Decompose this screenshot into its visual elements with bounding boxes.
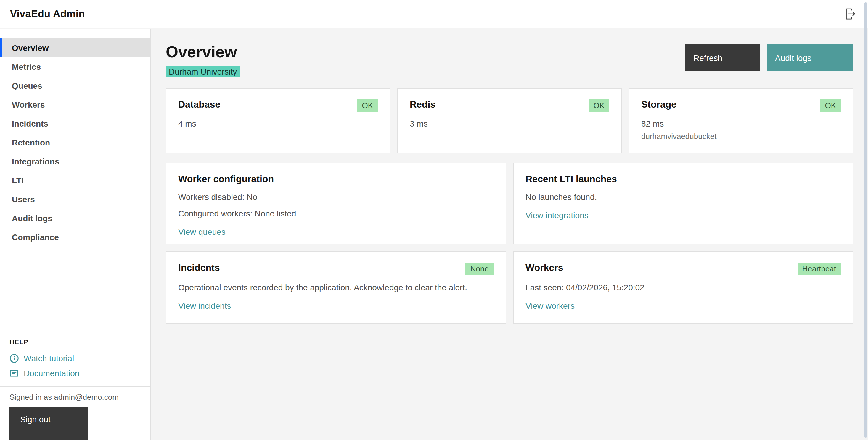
- sidebar: Overview Metrics Queues Workers Incident…: [0, 29, 151, 440]
- sidebar-item-compliance[interactable]: Compliance: [0, 228, 150, 247]
- card-title: Database: [178, 99, 220, 110]
- card-title: Storage: [641, 99, 677, 110]
- sign-out-button[interactable]: Sign out: [9, 407, 88, 440]
- documentation-label: Documentation: [24, 368, 79, 378]
- card-title: Incidents: [178, 262, 220, 273]
- card-database: Database OK 4 ms: [166, 88, 390, 153]
- logout-button[interactable]: [843, 6, 858, 21]
- page-actions: Refresh Audit logs: [685, 44, 853, 71]
- status-badge: OK: [357, 99, 378, 111]
- top-bar: VivaEdu Admin: [0, 0, 868, 28]
- documentation-link[interactable]: Documentation: [9, 366, 141, 380]
- view-incidents-link[interactable]: View incidents: [178, 301, 231, 310]
- sidebar-item-incidents[interactable]: Incidents: [0, 114, 150, 133]
- card-worker-configuration: Worker configuration Workers disabled: N…: [166, 162, 506, 244]
- card-text-line: Configured workers: None listed: [178, 208, 494, 219]
- view-workers-link[interactable]: View workers: [525, 301, 575, 310]
- sidebar-nav: Overview Metrics Queues Workers Incident…: [0, 29, 150, 247]
- card-storage: Storage OK 82 ms durhamvivaedubucket: [629, 88, 853, 153]
- card-incidents: Incidents None Operational events record…: [166, 251, 506, 324]
- sidebar-item-lti[interactable]: LTI: [0, 171, 150, 190]
- tenant-name-highlight: Durham University: [166, 65, 240, 77]
- help-heading: HELP: [9, 338, 141, 345]
- page-title: Overview: [166, 44, 240, 61]
- main-content: Overview Durham University Refresh Audit…: [152, 29, 868, 440]
- app-title: VivaEdu Admin: [10, 8, 85, 20]
- info-card-row: Worker configuration Workers disabled: N…: [166, 162, 853, 244]
- card-title: Worker configuration: [178, 174, 274, 184]
- sidebar-item-audit-logs[interactable]: Audit logs: [0, 209, 150, 228]
- card-text-line: Workers disabled: No: [178, 191, 494, 203]
- sidebar-bottom: HELP Watch tutorial: [0, 331, 150, 440]
- card-text-line: No launches found.: [525, 191, 841, 203]
- page-header-left: Overview Durham University: [166, 44, 240, 77]
- status-card-row: Database OK 4 ms Redis OK 3 ms Storage O…: [166, 88, 853, 153]
- sidebar-item-queues[interactable]: Queues: [0, 76, 150, 95]
- latency-value: 3 ms: [410, 119, 609, 128]
- sidebar-item-overview[interactable]: Overview: [0, 38, 150, 57]
- card-title: Redis: [410, 99, 435, 110]
- status-badge: OK: [589, 99, 609, 111]
- watch-tutorial-link[interactable]: Watch tutorial: [9, 351, 141, 366]
- refresh-button[interactable]: Refresh: [685, 44, 760, 71]
- status-badge: Heartbeat: [798, 262, 841, 275]
- view-queues-link[interactable]: View queues: [178, 227, 225, 236]
- signed-in-as-text: Signed in as admin@demo.com: [9, 393, 141, 402]
- audit-logs-button[interactable]: Audit logs: [767, 44, 853, 71]
- bucket-name: durhamvivaedubucket: [641, 132, 841, 140]
- app-window: VivaEdu Admin Overview Metrics Queues Wo…: [0, 0, 868, 440]
- sidebar-item-workers[interactable]: Workers: [0, 95, 150, 114]
- card-text-line: Last seen: 04/02/2026, 15:20:02: [525, 282, 841, 293]
- card-text-line: Operational events recorded by the appli…: [178, 282, 494, 293]
- card-redis: Redis OK 3 ms: [397, 88, 622, 153]
- status-badge: None: [466, 262, 494, 275]
- logout-icon: [844, 8, 857, 20]
- vertical-scrollbar[interactable]: [864, 2, 867, 438]
- sidebar-item-metrics[interactable]: Metrics: [0, 57, 150, 76]
- card-workers: Workers Heartbeat Last seen: 04/02/2026,…: [513, 251, 853, 324]
- card-title: Recent LTI launches: [525, 174, 617, 184]
- sidebar-item-users[interactable]: Users: [0, 190, 150, 209]
- view-integrations-link[interactable]: View integrations: [525, 210, 589, 220]
- account-section: Signed in as admin@demo.com Sign out: [0, 386, 150, 440]
- watch-tutorial-label: Watch tutorial: [24, 353, 74, 363]
- alert-card-row: Incidents None Operational events record…: [166, 251, 853, 324]
- card-recent-lti-launches: Recent LTI launches No launches found. V…: [513, 162, 853, 244]
- sidebar-item-retention[interactable]: Retention: [0, 133, 150, 152]
- info-circle-icon: [9, 353, 19, 363]
- latency-value: 82 ms: [641, 119, 841, 128]
- sidebar-item-integrations[interactable]: Integrations: [0, 152, 150, 171]
- latency-value: 4 ms: [178, 119, 378, 128]
- status-badge: OK: [820, 99, 841, 111]
- document-icon: [9, 368, 19, 378]
- page-header: Overview Durham University Refresh Audit…: [166, 44, 853, 77]
- help-section: HELP Watch tutorial: [0, 331, 150, 386]
- card-title: Workers: [525, 262, 563, 273]
